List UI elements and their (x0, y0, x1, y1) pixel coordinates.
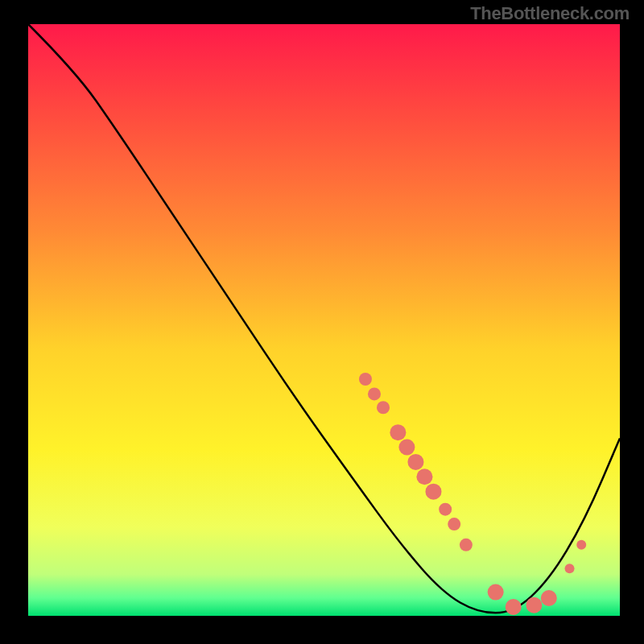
data-point (526, 597, 542, 613)
data-point (488, 584, 504, 601)
data-point (460, 539, 473, 551)
data-point (576, 540, 586, 550)
data-point (425, 484, 441, 500)
data-point (368, 387, 381, 400)
data-point (416, 469, 432, 485)
data-point (390, 424, 406, 440)
plot-background (28, 24, 620, 616)
data-point (506, 599, 522, 615)
data-point (359, 373, 372, 386)
bottleneck-chart (0, 0, 644, 644)
data-point (398, 440, 415, 456)
data-point (377, 401, 390, 414)
data-point (565, 564, 575, 573)
data-point (448, 518, 460, 530)
data-point (407, 454, 423, 470)
data-point (541, 590, 557, 606)
data-point (439, 503, 452, 516)
chart-container: TheBottleneck.com (0, 0, 644, 644)
